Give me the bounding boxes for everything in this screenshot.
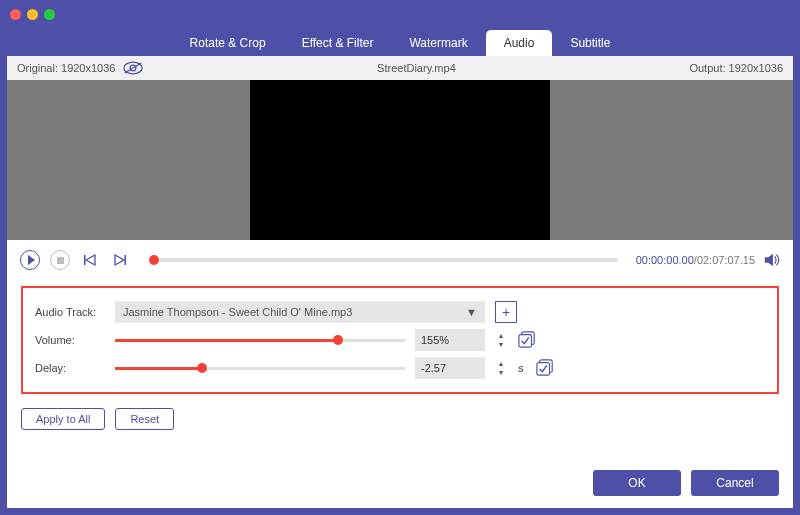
delay-step-down[interactable]: ▾ — [494, 369, 508, 377]
total-time-label: /02:07:07.15 — [694, 254, 755, 266]
play-button[interactable] — [19, 249, 41, 271]
app-window: Rotate & Crop Effect & Filter Watermark … — [0, 0, 800, 515]
ok-button[interactable]: OK — [593, 470, 681, 496]
svg-rect-9 — [519, 335, 532, 348]
titlebar — [0, 0, 800, 28]
audio-settings-panel: Audio Track: Jasmine Thompson - Sweet Ch… — [21, 286, 779, 394]
preview-toggle-icon[interactable] — [123, 61, 143, 75]
delay-step-up[interactable]: ▴ — [494, 360, 508, 368]
playback-controls: 00:00:00.00/02:07:07.15 — [7, 240, 793, 280]
tab-audio[interactable]: Audio — [486, 30, 553, 56]
delay-slider[interactable] — [115, 367, 405, 370]
add-audio-track-button[interactable]: + — [495, 301, 517, 323]
original-dimensions-label: Original: 1920x1036 — [17, 62, 115, 74]
delay-stepper[interactable]: ▴ ▾ — [494, 357, 508, 379]
tab-watermark[interactable]: Watermark — [391, 30, 485, 56]
prev-frame-button[interactable] — [79, 249, 101, 271]
svg-rect-6 — [125, 255, 127, 265]
tabs-bar: Rotate & Crop Effect & Filter Watermark … — [0, 28, 800, 56]
volume-step-down[interactable]: ▾ — [494, 341, 508, 349]
delay-label: Delay: — [35, 362, 105, 374]
audio-track-label: Audio Track: — [35, 306, 105, 318]
delay-value-field[interactable]: -2.57 — [415, 357, 485, 379]
audio-track-value: Jasmine Thompson - Sweet Child O' Mine.m… — [123, 306, 352, 318]
apply-to-all-button[interactable]: Apply to All — [21, 408, 105, 430]
audio-track-dropdown[interactable]: Jasmine Thompson - Sweet Child O' Mine.m… — [115, 301, 485, 323]
next-frame-button[interactable] — [109, 249, 131, 271]
volume-value-field[interactable]: 155% — [415, 329, 485, 351]
tab-effect-filter[interactable]: Effect & Filter — [284, 30, 392, 56]
stop-button[interactable] — [49, 249, 71, 271]
delay-slider-thumb[interactable] — [197, 363, 207, 373]
secondary-actions: Apply to All Reset — [7, 404, 793, 430]
output-dimensions-label: Output: 1920x1036 — [689, 62, 783, 74]
timeline-thumb[interactable] — [149, 255, 159, 265]
svg-marker-7 — [765, 254, 773, 267]
reset-button[interactable]: Reset — [115, 408, 174, 430]
svg-marker-4 — [86, 255, 95, 265]
svg-rect-11 — [537, 363, 550, 376]
preview-video-area[interactable] — [250, 80, 550, 240]
timeline-slider[interactable] — [149, 258, 618, 262]
svg-marker-5 — [115, 255, 124, 265]
cancel-button[interactable]: Cancel — [691, 470, 779, 496]
preview-right-pad — [550, 80, 793, 240]
apply-delay-icon[interactable] — [536, 359, 554, 377]
volume-icon[interactable] — [763, 251, 781, 269]
video-preview — [7, 80, 793, 240]
tab-subtitle[interactable]: Subtitle — [552, 30, 628, 56]
info-bar: Original: 1920x1036 StreetDiary.mp4 Outp… — [7, 56, 793, 80]
chevron-down-icon: ▼ — [466, 306, 477, 318]
volume-slider-thumb[interactable] — [333, 335, 343, 345]
tab-rotate-crop[interactable]: Rotate & Crop — [172, 30, 284, 56]
delay-unit-label: s — [518, 362, 526, 374]
minimize-icon[interactable] — [27, 9, 38, 20]
close-icon[interactable] — [10, 9, 21, 20]
filename-label: StreetDiary.mp4 — [143, 62, 689, 74]
current-time-label: 00:00:00.00 — [636, 254, 694, 266]
volume-step-up[interactable]: ▴ — [494, 332, 508, 340]
volume-stepper[interactable]: ▴ ▾ — [494, 329, 508, 351]
volume-slider[interactable] — [115, 339, 405, 342]
content-area: Original: 1920x1036 StreetDiary.mp4 Outp… — [7, 56, 793, 508]
dialog-footer: OK Cancel — [593, 470, 779, 496]
apply-volume-icon[interactable] — [518, 331, 536, 349]
maximize-icon[interactable] — [44, 9, 55, 20]
volume-label: Volume: — [35, 334, 105, 346]
preview-left-pad — [7, 80, 250, 240]
